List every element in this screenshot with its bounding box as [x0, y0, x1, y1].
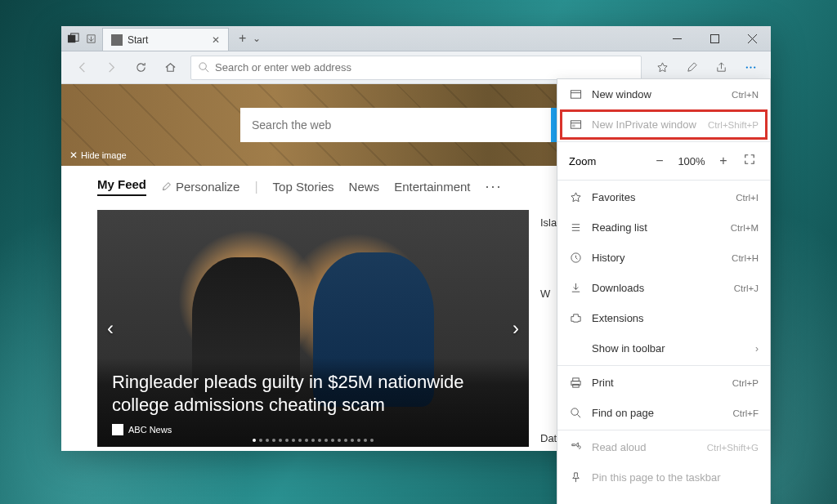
menu-pin-taskbar: Pin this page to the taskbar — [557, 462, 770, 493]
carousel-next[interactable]: › — [512, 317, 519, 340]
blank-icon — [569, 342, 582, 355]
chevron-down-icon[interactable]: ⌄ — [249, 33, 264, 44]
menu-label: Show in toolbar — [592, 342, 745, 355]
menu-label: Extensions — [592, 312, 759, 324]
menu-label: New window — [592, 88, 722, 100]
menu-label: Downloads — [592, 282, 724, 294]
address-input[interactable] — [215, 61, 634, 74]
hide-image-button[interactable]: ✕Hide image — [69, 149, 127, 161]
hide-image-label: Hide image — [81, 150, 127, 160]
menu-favorites[interactable]: Favorites Ctrl+I — [557, 182, 770, 212]
menu-shortcut: Ctrl+N — [732, 90, 759, 100]
menu-label: Reading list — [592, 221, 721, 234]
maximize-button[interactable] — [696, 26, 733, 51]
svg-rect-2 — [710, 34, 718, 42]
back-button[interactable] — [68, 54, 96, 82]
history-icon — [569, 252, 582, 265]
pencil-icon — [161, 181, 172, 192]
menu-reading-list[interactable]: Reading list Ctrl+M — [557, 212, 770, 243]
menu-shortcut: Ctrl+J — [734, 283, 759, 293]
menu-label: Find on page — [592, 407, 723, 419]
favorite-button[interactable] — [648, 54, 676, 82]
menu-new-window[interactable]: New window Ctrl+N — [557, 79, 770, 109]
headline-article[interactable]: ‹ › Ringleader pleads guilty in $25M nat… — [97, 210, 529, 447]
nav-top-stories[interactable]: Top Stories — [273, 180, 334, 194]
zoom-label: Zoom — [569, 155, 642, 167]
new-tab-button[interactable]: +⌄ — [229, 26, 271, 51]
menu-history[interactable]: History Ctrl+H — [557, 243, 770, 273]
menu-more-tools[interactable]: More tools › — [557, 493, 770, 504]
close-icon[interactable]: ✕ — [212, 34, 220, 46]
menu-label: Read aloud — [592, 441, 697, 453]
menu-downloads[interactable]: Downloads Ctrl+J — [557, 273, 770, 303]
address-bar[interactable] — [190, 56, 642, 80]
star-icon — [569, 191, 582, 204]
tab-title: Start — [128, 34, 207, 46]
menu-find[interactable]: Find on page Ctrl+F — [557, 398, 770, 428]
svg-rect-9 — [571, 125, 575, 127]
menu-label: Print — [592, 377, 723, 389]
window-icon — [569, 88, 582, 101]
minimize-button[interactable] — [658, 26, 696, 51]
menu-label: History — [592, 252, 722, 264]
menu-shortcut: Ctrl+P — [732, 378, 759, 388]
svg-rect-7 — [571, 91, 580, 98]
menu-show-toolbar[interactable]: Show in toolbar › — [557, 333, 770, 364]
tab-actions-icon[interactable] — [66, 32, 79, 45]
settings-menu: New window Ctrl+N New InPrivate window C… — [557, 78, 771, 504]
carousel-dots[interactable] — [253, 439, 374, 442]
nav-news[interactable]: News — [349, 180, 380, 194]
zoom-in-button[interactable]: + — [714, 154, 732, 168]
menu-print[interactable]: Print Ctrl+P — [557, 368, 770, 398]
titlebar: Start ✕ +⌄ — [61, 26, 771, 51]
close-icon: ✕ — [69, 149, 78, 161]
set-aside-icon[interactable] — [84, 32, 97, 45]
print-icon — [569, 377, 582, 390]
menu-extensions[interactable]: Extensions — [557, 303, 770, 333]
blank-icon — [569, 502, 582, 505]
menu-read-aloud: Read aloud Ctrl+Shift+G — [557, 432, 770, 462]
menu-shortcut: Ctrl+H — [732, 253, 759, 263]
download-icon — [569, 282, 582, 295]
tab-favicon — [111, 34, 123, 46]
menu-label: Favorites — [592, 191, 726, 203]
source-logo — [112, 424, 123, 435]
pin-icon — [569, 471, 582, 484]
web-search-input[interactable] — [240, 108, 551, 142]
refresh-button[interactable] — [127, 54, 154, 82]
web-search-bar[interactable]: web — [240, 108, 592, 142]
close-button[interactable] — [733, 26, 771, 51]
menu-label: New InPrivate window — [592, 118, 698, 131]
chevron-right-icon: › — [755, 343, 759, 355]
svg-point-6 — [754, 66, 755, 68]
settings-more-button[interactable] — [736, 54, 764, 82]
menu-shortcut: Ctrl+F — [732, 408, 759, 418]
search-icon — [198, 61, 210, 74]
svg-rect-11 — [572, 378, 579, 381]
forward-button[interactable] — [97, 54, 125, 82]
svg-point-3 — [199, 63, 206, 69]
nav-my-feed[interactable]: My Feed — [97, 177, 146, 196]
menu-shortcut: Ctrl+Shift+P — [708, 120, 759, 130]
home-button[interactable] — [156, 54, 184, 82]
divider: | — [254, 180, 257, 194]
nav-personalize[interactable]: Personalize — [161, 180, 239, 194]
inprivate-icon — [569, 118, 582, 132]
menu-zoom: Zoom − 100% + — [557, 144, 770, 178]
zoom-out-button[interactable]: − — [651, 154, 669, 168]
carousel-prev[interactable]: ‹ — [107, 317, 114, 340]
svg-point-4 — [745, 66, 747, 68]
article-headline: Ringleader pleads guilty in $25M nationw… — [112, 371, 486, 417]
fullscreen-button[interactable] — [741, 154, 759, 168]
share-button[interactable] — [707, 54, 735, 82]
notes-button[interactable] — [678, 54, 705, 82]
nav-more[interactable]: ··· — [486, 178, 503, 195]
menu-new-inprivate[interactable]: New InPrivate window Ctrl+Shift+P — [557, 109, 770, 140]
extensions-icon — [569, 312, 582, 325]
menu-label: Pin this page to the taskbar — [592, 471, 759, 484]
zoom-value: 100% — [677, 155, 706, 167]
plus-icon: + — [235, 31, 249, 46]
nav-entertainment[interactable]: Entertainment — [394, 180, 470, 194]
menu-shortcut: Ctrl+M — [731, 223, 759, 233]
tab-start[interactable]: Start ✕ — [102, 28, 229, 51]
